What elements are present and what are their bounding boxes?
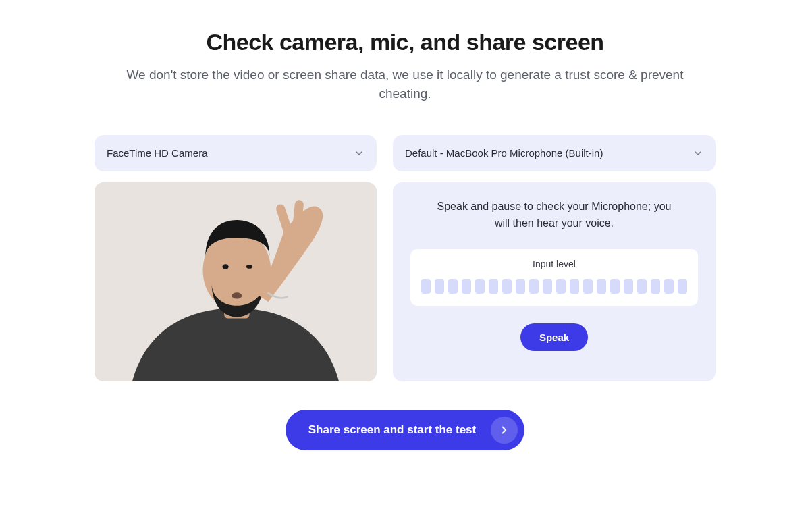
camera-preview (94, 182, 377, 381)
mic-panel: Speak and pause to check your Microphone… (393, 182, 716, 381)
level-bar (678, 279, 687, 294)
mic-select[interactable]: Default - MacBook Pro Microphone (Built-… (393, 135, 716, 171)
share-screen-start-button[interactable]: Share screen and start the test (286, 410, 524, 450)
chevron-down-icon (354, 148, 364, 159)
level-bar (448, 279, 458, 294)
level-bar (462, 279, 471, 294)
speak-button[interactable]: Speak (520, 323, 588, 351)
camera-select-value: FaceTime HD Camera (107, 147, 354, 159)
level-bar (529, 279, 539, 294)
page-subtitle: We don't store the video or screen share… (108, 65, 702, 104)
mic-instruction: Speak and pause to check your Microphone… (433, 198, 676, 232)
camera-column: FaceTime HD Camera (94, 135, 377, 381)
level-bar (610, 279, 620, 294)
mic-select-value: Default - MacBook Pro Microphone (Built-… (405, 147, 693, 159)
level-bar (543, 279, 552, 294)
level-bar (664, 279, 674, 294)
level-bar (570, 279, 579, 294)
level-bar (489, 279, 498, 294)
chevron-down-icon (693, 148, 703, 159)
level-bar (651, 279, 660, 294)
svg-point-4 (246, 265, 252, 269)
camera-select[interactable]: FaceTime HD Camera (94, 135, 377, 171)
level-bar (556, 279, 566, 294)
level-bar (597, 279, 606, 294)
level-bar (475, 279, 485, 294)
level-bar (502, 279, 512, 294)
chevron-right-icon (491, 417, 518, 444)
mic-column: Default - MacBook Pro Microphone (Built-… (393, 135, 716, 381)
svg-point-5 (232, 292, 242, 298)
level-bar (421, 279, 431, 294)
page-title: Check camera, mic, and share screen (94, 28, 716, 56)
level-bar (583, 279, 593, 294)
level-bar (516, 279, 525, 294)
input-level-card: Input level (410, 249, 698, 306)
svg-point-3 (222, 264, 228, 269)
level-bar (435, 279, 444, 294)
level-bar (624, 279, 633, 294)
input-level-label: Input level (533, 259, 576, 269)
start-button-label: Share screen and start the test (308, 423, 476, 437)
input-level-meter (421, 279, 687, 294)
level-bar (637, 279, 647, 294)
